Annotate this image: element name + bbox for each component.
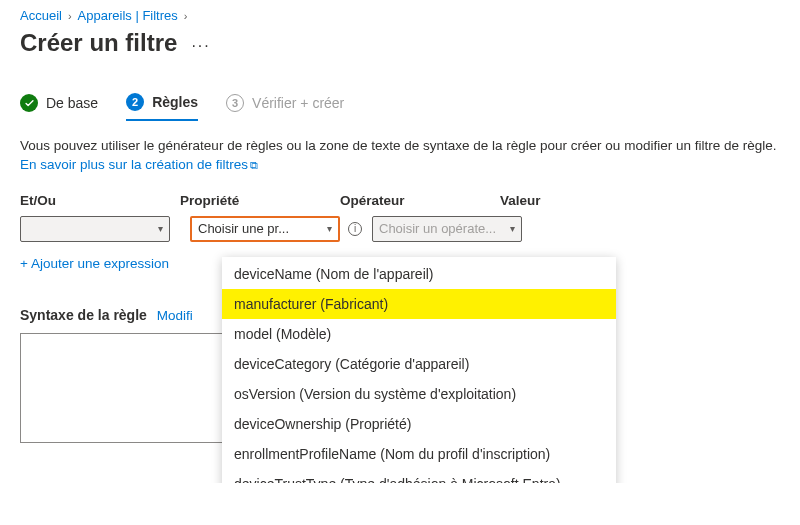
header-op: Opérateur <box>340 193 500 208</box>
property-dropdown-value: Choisir une pr... <box>198 221 289 236</box>
header-etou: Et/Ou <box>20 193 180 208</box>
property-option[interactable]: deviceName (Nom de l'appareil) <box>222 259 616 289</box>
syntax-label: Syntaxe de la règle <box>20 307 147 323</box>
external-link-icon: ⧉ <box>250 159 258 171</box>
operator-dropdown[interactable]: Choisir un opérate... ▾ <box>372 216 522 242</box>
header-val: Valeur <box>500 193 660 208</box>
property-option[interactable]: model (Modèle) <box>222 319 616 349</box>
intro-text: Vous pouvez utiliser le générateur de rè… <box>20 138 776 153</box>
etou-dropdown[interactable]: ▾ <box>20 216 170 242</box>
tab-rules-label: Règles <box>152 94 198 110</box>
chevron-right-icon: › <box>184 10 188 22</box>
rule-row: ▾ Choisir une pr... ▾ i Choisir un opéra… <box>20 216 780 242</box>
property-option[interactable]: osVersion (Version du système d'exploita… <box>222 379 616 409</box>
chevron-down-icon: ▾ <box>510 223 515 234</box>
property-option[interactable]: deviceOwnership (Propriété) <box>222 409 616 439</box>
chevron-down-icon: ▾ <box>158 223 163 234</box>
header-prop: Propriété <box>180 193 340 208</box>
property-option[interactable]: deviceTrustType (Type d'adhésion à Micro… <box>222 469 616 483</box>
page-title: Créer un filtre <box>20 29 177 57</box>
property-dropdown-menu: deviceName (Nom de l'appareil)manufactur… <box>222 257 616 483</box>
step-number-icon: 2 <box>126 93 144 111</box>
breadcrumb-home[interactable]: Accueil <box>20 8 62 23</box>
tab-verify-label: Vérifier + créer <box>252 95 344 111</box>
tab-verify[interactable]: 3 Vérifier + créer <box>226 94 344 120</box>
chevron-right-icon: › <box>68 10 72 22</box>
syntax-edit-link[interactable]: Modifi <box>157 308 193 323</box>
check-icon <box>20 94 38 112</box>
learn-more-link[interactable]: En savoir plus sur la création de filtre… <box>20 157 258 172</box>
more-actions-icon[interactable]: ··· <box>191 37 210 55</box>
tab-rules[interactable]: 2 Règles <box>126 93 198 121</box>
property-option[interactable]: deviceCategory (Catégorie d'appareil) <box>222 349 616 379</box>
rule-grid-header: Et/Ou Propriété Opérateur Valeur <box>20 193 780 208</box>
tab-base-label: De base <box>46 95 98 111</box>
property-option[interactable]: manufacturer (Fabricant) <box>222 289 616 319</box>
breadcrumb: Accueil › Appareils | Filtres › <box>20 8 780 23</box>
property-option[interactable]: enrollmentProfileName (Nom du profil d'i… <box>222 439 616 469</box>
wizard-tabs: De base 2 Règles 3 Vérifier + créer <box>20 93 780 121</box>
step-number-icon: 3 <box>226 94 244 112</box>
info-icon[interactable]: i <box>348 222 362 236</box>
property-dropdown[interactable]: Choisir une pr... ▾ <box>190 216 340 242</box>
breadcrumb-devices[interactable]: Appareils | Filtres <box>78 8 178 23</box>
operator-dropdown-placeholder: Choisir un opérate... <box>379 221 496 236</box>
tab-base[interactable]: De base <box>20 94 98 120</box>
chevron-down-icon: ▾ <box>327 223 332 234</box>
